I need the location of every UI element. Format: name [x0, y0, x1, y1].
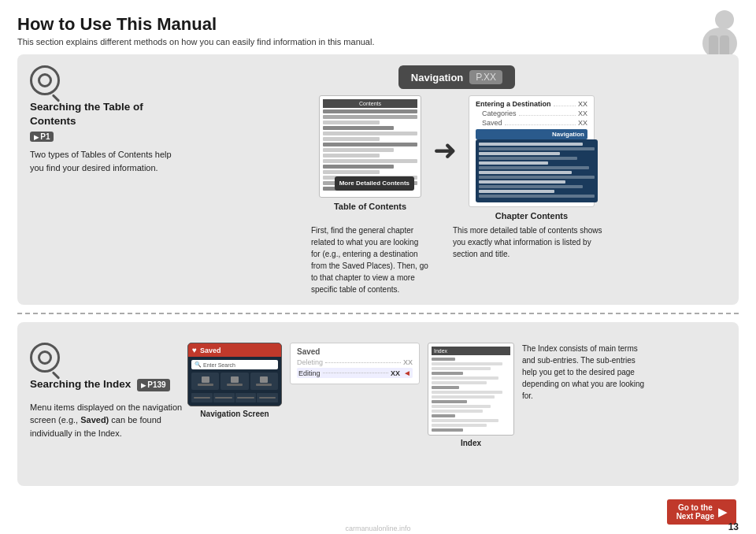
toc-line-7: [323, 143, 417, 146]
nav-saved-label: Saved: [200, 347, 221, 354]
section-bottom-desc: Menu items displayed on the navigation s…: [30, 401, 187, 440]
toc-label: Table of Contents: [334, 202, 406, 211]
section-bottom-content: Searching the Index P139 Menu items disp…: [30, 343, 726, 477]
section-top-content: Searching the Table of Contents P1 Two t…: [30, 65, 726, 295]
toc-sub-2: Saved XX: [476, 119, 587, 127]
section-bottom-box: Searching the Index P139 Menu items disp…: [17, 322, 739, 486]
index-mockup-header: Index: [432, 347, 510, 355]
nav-bottom-3: [235, 393, 257, 402]
section-bottom-right: ♥ Saved 🔍 Enter Search: [187, 343, 726, 447]
toc-line-4: [323, 126, 394, 130]
toc-line-2: [323, 115, 417, 119]
section-top-heading: Searching the Table of Contents: [30, 100, 187, 128]
search-symbol: 🔍: [195, 362, 202, 368]
nav-bottom-1: [191, 393, 213, 402]
next-page-label: Go to theNext Page: [676, 503, 714, 521]
toc-line-3: [323, 121, 380, 124]
toc-line-9: [323, 154, 380, 158]
more-detailed-badge: More Detailed Contents: [335, 176, 414, 191]
nav-bar-mockup: Navigation P.XX: [398, 65, 515, 89]
desc-chapter: This more detailed table of contents sho…: [453, 224, 602, 295]
index-label: Index: [428, 439, 514, 447]
search-icon-inner-bottom: [38, 350, 52, 365]
highlight-arrow: ◄: [403, 369, 411, 377]
desc-row: First, find the general chapter related …: [303, 224, 610, 295]
main-area: Searching the Table of Contents P1 Two t…: [17, 54, 739, 486]
toc-entry-1: Entering a Destination XX: [476, 100, 587, 108]
index-container: Index: [428, 343, 514, 447]
search-icon-inner: [38, 73, 52, 87]
chapter-lines: [479, 143, 595, 198]
index-mockup: Index: [428, 343, 514, 436]
nav-bottom-2: [213, 393, 235, 402]
toc-diagram: Contents: [319, 95, 421, 211]
section-top-left: Searching the Table of Contents P1 Two t…: [30, 65, 187, 174]
nav-grid-item-2: [220, 373, 248, 390]
section-divider: [17, 313, 739, 314]
watermark: carmanualonline.info: [0, 525, 756, 534]
index-desc: The Index consists of main terms and sub…: [522, 343, 648, 402]
nav-bottom-4: [257, 393, 278, 402]
page-header: How to Use This Manual This section expl…: [17, 14, 739, 46]
saved-box-container: Saved Deleting XX Editing XX ◄: [290, 343, 420, 384]
section-bottom-left: Searching the Index P139 Menu items disp…: [30, 343, 187, 439]
next-page-button[interactable]: Go to theNext Page ▶: [667, 499, 736, 525]
saved-box-title: Saved: [297, 347, 413, 356]
toc-mockup-header: Contents: [323, 99, 417, 108]
heart-icon: ♥: [192, 346, 197, 354]
page-title: How to Use This Manual: [17, 14, 739, 35]
chapter-nav-label-bar: Navigation: [476, 129, 587, 202]
nav-grid-item-1: [191, 373, 219, 390]
section-top-desc: Two types of Tables of Contents help you…: [30, 148, 187, 174]
toc-mockup: Contents: [319, 95, 421, 198]
section-bottom-heading: Searching the Index P139: [30, 377, 187, 397]
nav-bar-label: Navigation: [411, 72, 463, 83]
nav-screen-mockup: ♥ Saved 🔍 Enter Search: [187, 343, 282, 406]
p139-badge: P139: [137, 379, 170, 391]
nav-screen-search: 🔍 Enter Search: [191, 360, 278, 369]
p1-badge: P1: [30, 132, 54, 142]
nav-bar-page: P.XX: [469, 70, 502, 84]
toc-line-1: [323, 109, 417, 113]
diagrams-row: Contents: [187, 95, 726, 221]
toc-line-8: [323, 148, 394, 152]
chapter-diagram: Entering a Destination XX Categories XX: [469, 95, 595, 221]
next-arrow-icon: ▶: [718, 506, 727, 518]
svg-point-0: [715, 10, 734, 29]
toc-line-11: [323, 165, 394, 169]
saved-entry-editing: Editing XX ◄: [297, 368, 413, 378]
nav-screen-bottom-bar: [188, 393, 281, 406]
chapter-mockup: [476, 139, 598, 202]
nav-screen-label: Navigation Screen: [187, 410, 282, 418]
nav-screen-grid: [188, 373, 281, 393]
arrow-icon: ➜: [433, 134, 457, 167]
toc-sub-1: Categories XX: [476, 109, 587, 117]
saved-box: Saved Deleting XX Editing XX ◄: [290, 343, 420, 384]
desc-toc: First, find the general chapter related …: [311, 224, 429, 295]
chapter-nav-header: Navigation: [476, 129, 587, 139]
page-container: How to Use This Manual This section expl…: [0, 0, 756, 534]
chapter-label: Chapter Contents: [495, 211, 568, 221]
nav-screen-container: ♥ Saved 🔍 Enter Search: [187, 343, 282, 418]
nav-screen-top: ♥ Saved: [188, 343, 281, 357]
saved-entry-deleting: Deleting XX: [297, 358, 413, 366]
search-icon: [30, 65, 60, 95]
toc-line-5: [323, 132, 417, 135]
toc-right-box: Entering a Destination XX Categories XX: [469, 95, 595, 207]
toc-line-10: [323, 159, 417, 163]
toc-line-6: [323, 137, 380, 141]
index-lines: [432, 358, 510, 432]
page-subtitle: This section explains different methods …: [17, 37, 739, 46]
nav-grid-item-3: [250, 373, 278, 390]
toc-line-12: [323, 170, 380, 174]
section-top-right: Navigation P.XX Contents: [187, 65, 726, 295]
section-top-box: Searching the Table of Contents P1 Two t…: [17, 54, 739, 305]
search-icon-bottom: [30, 343, 60, 373]
toc-right-panel: Entering a Destination XX Categories XX: [469, 95, 595, 207]
